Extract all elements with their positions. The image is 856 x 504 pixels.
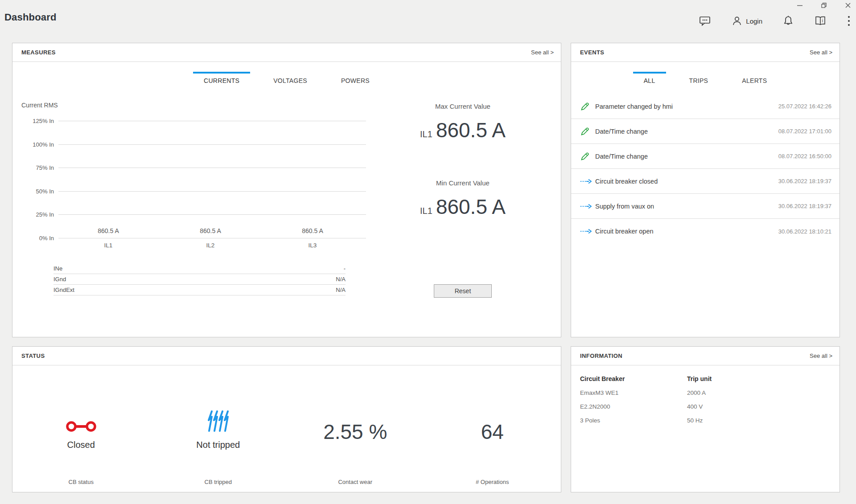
restore-icon[interactable]	[820, 2, 827, 9]
y-tick: 100% In	[17, 141, 54, 148]
dashed-arrow-icon	[580, 203, 593, 209]
close-icon[interactable]	[844, 2, 852, 9]
row-label: IGndExt	[54, 287, 74, 293]
login-button[interactable]: Login	[732, 16, 762, 26]
event-list: Parameter changed by hmi 25.07.2022 16:4…	[571, 94, 840, 244]
column-header: Circuit Breaker	[580, 375, 625, 382]
y-tick: 0% In	[17, 235, 54, 242]
gridline	[58, 214, 366, 215]
status-columns: Closed CB status Not tripped C	[12, 365, 561, 492]
min-phase: IL1	[420, 206, 432, 216]
events-tabs: ALL TRIPS ALERTS	[571, 72, 840, 86]
status-col-contact-wear: 2.55 % Contact wear	[287, 365, 424, 492]
information-see-all-link[interactable]: See all >	[810, 352, 832, 359]
status-panel: STATUS Closed CB status	[12, 346, 561, 492]
page-title: Dashboard	[4, 12, 57, 23]
max-value: 860.5 A	[436, 119, 506, 142]
max-phase: IL1	[420, 129, 432, 139]
table-row: IGnd N/A	[54, 274, 346, 285]
measures-title: MEASURES	[21, 49, 56, 56]
min-value: 860.5 A	[436, 195, 506, 218]
row-value: N/A	[336, 276, 346, 283]
dashed-arrow-icon	[580, 228, 593, 234]
status-col-cb-status: Closed CB status	[12, 365, 150, 492]
info-value: 2000 A	[687, 389, 712, 396]
contact-wear-caption: Contact wear	[287, 479, 424, 485]
gridline	[58, 144, 366, 145]
manual-book-icon[interactable]: i	[814, 16, 827, 26]
gridline	[58, 121, 366, 121]
events-see-all-link[interactable]: See all >	[810, 49, 832, 56]
events-panel: EVENTS See all > ALL TRIPS ALERTS	[571, 43, 840, 337]
tab-all[interactable]: ALL	[633, 72, 666, 86]
information-panel: INFORMATION See all > Circuit Breaker Em…	[571, 346, 840, 492]
topbar-actions: Login i	[699, 15, 851, 27]
row-label: IGnd	[54, 276, 66, 283]
cb-status-caption: CB status	[12, 479, 150, 485]
event-row[interactable]: Circuit breaker closed 30.06.2022 18:19:…	[571, 169, 840, 194]
pencil-icon	[580, 127, 593, 136]
kebab-menu-icon[interactable]	[847, 15, 851, 27]
y-tick: 50% In	[17, 188, 54, 194]
circuit-breaker-column: Circuit Breaker EmaxM3 WE1 E2.2N2000 3 P…	[580, 365, 625, 424]
y-tick: 25% In	[17, 211, 54, 218]
y-tick: 125% In	[17, 118, 54, 124]
measures-see-all-link[interactable]: See all >	[531, 49, 554, 56]
reset-button[interactable]: Reset	[434, 284, 492, 298]
bar-chart: 125% In 100% In 75% In 50% In 25% In 0% …	[58, 121, 366, 238]
tab-powers[interactable]: POWERS	[330, 72, 380, 86]
event-row[interactable]: Date/Time change 08.07.2022 16:50:00	[571, 144, 840, 169]
svg-text:i: i	[822, 18, 823, 23]
max-current-title: Max Current Value	[365, 102, 561, 110]
measures-tabs: CURRENTS VOLTAGES POWERS	[12, 72, 561, 86]
info-value: 50 Hz	[687, 417, 712, 424]
tab-voltages[interactable]: VOLTAGES	[263, 72, 318, 86]
login-label: Login	[746, 17, 762, 25]
table-row: INe -	[54, 263, 346, 274]
info-value: EmaxM3 WE1	[580, 389, 625, 396]
status-col-operations: 64 # Operations	[424, 365, 561, 492]
chart-title: Current RMS	[21, 102, 58, 109]
notifications-bell-icon[interactable]	[783, 15, 794, 27]
event-row[interactable]: Parameter changed by hmi 25.07.2022 16:4…	[571, 94, 840, 119]
events-header: EVENTS See all >	[571, 43, 840, 62]
tab-alerts[interactable]: ALERTS	[731, 72, 778, 86]
info-value: 3 Poles	[580, 417, 625, 424]
cb-tripped-state: Not tripped	[196, 440, 240, 450]
info-value: 400 V	[687, 403, 712, 410]
bar-category-label: IL2	[195, 242, 226, 249]
status-header: STATUS	[12, 347, 561, 365]
y-tick: 75% In	[17, 164, 54, 171]
ground-currents-table: INe - IGnd N/A IGndExt N/A	[54, 263, 346, 295]
column-header: Trip unit	[687, 375, 712, 382]
information-title: INFORMATION	[580, 352, 622, 359]
pencil-icon	[580, 102, 593, 111]
pencil-icon	[580, 152, 593, 161]
row-label: INe	[54, 265, 62, 272]
user-icon	[732, 16, 742, 26]
min-current-title: Min Current Value	[365, 179, 561, 187]
bar-value-label: 860.5 A	[84, 227, 132, 234]
gridline	[58, 191, 366, 192]
row-value: -	[344, 265, 346, 272]
tab-trips[interactable]: TRIPS	[679, 72, 719, 86]
gridline	[58, 168, 366, 168]
table-row: IGndExt N/A	[54, 285, 346, 295]
main-grid: MEASURES See all > CURRENTS VOLTAGES POW…	[12, 43, 840, 492]
window-controls	[796, 2, 852, 9]
dashboard-page: Dashboard	[0, 0, 856, 504]
event-row[interactable]: Date/Time change 08.07.2022 17:01:00	[571, 119, 840, 144]
operations-caption: # Operations	[424, 479, 561, 485]
tab-currents[interactable]: CURRENTS	[193, 72, 250, 86]
chat-icon[interactable]	[699, 16, 711, 26]
contact-wear-value: 2.55 %	[323, 420, 387, 444]
event-row[interactable]: Circuit breaker open 30.06.2022 18:10:21	[571, 219, 840, 244]
event-row[interactable]: Supply from vaux on 30.06.2022 18:19:37	[571, 194, 840, 219]
cb-trip-icon	[206, 409, 230, 434]
bar-category-label: IL1	[93, 242, 123, 249]
cb-closed-icon	[66, 419, 96, 434]
row-value: N/A	[336, 287, 346, 293]
events-title: EVENTS	[580, 49, 604, 56]
minimize-icon[interactable]	[796, 2, 803, 9]
status-title: STATUS	[21, 352, 45, 359]
